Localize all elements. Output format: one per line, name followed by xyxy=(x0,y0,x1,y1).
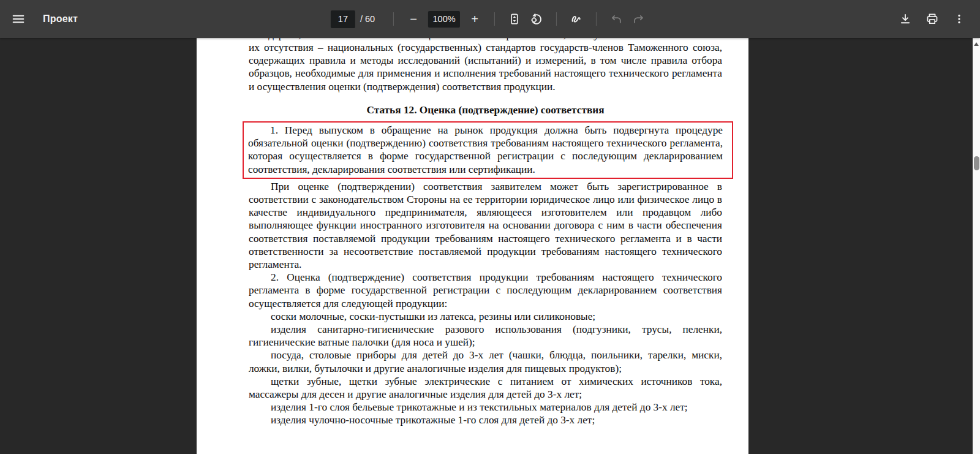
article-heading: Статья 12. Оценка (подтверждение) соотве… xyxy=(249,104,722,116)
undo-button[interactable] xyxy=(605,8,627,30)
redo-button[interactable] xyxy=(627,8,649,30)
zoom-in-icon: + xyxy=(471,13,478,25)
highlighted-paragraph-box: 1. Перед выпуском в обращение на рынок п… xyxy=(243,121,733,179)
pdf-content-area[interactable]: стандартов, взаимосвязанных с настоящим … xyxy=(0,38,980,454)
rotate-counterclockwise-icon xyxy=(530,12,543,26)
vertical-scrollbar[interactable] xyxy=(973,38,980,454)
download-icon xyxy=(899,12,912,26)
print-button[interactable] xyxy=(921,8,943,30)
toolbar-separator xyxy=(393,12,394,26)
list-item: щетки зубные, щетки зубные электрические… xyxy=(249,375,722,401)
toolbar-separator xyxy=(494,12,495,26)
pdf-toolbar: Проект / 60 − 100% + xyxy=(0,0,980,38)
annotate-ink-icon xyxy=(570,12,583,26)
fit-to-page-button[interactable] xyxy=(503,8,526,30)
document-title: Проект xyxy=(43,13,78,25)
download-button[interactable] xyxy=(894,8,916,30)
list-item: соски молочные, соски-пустышки из латекс… xyxy=(249,310,722,323)
list-item: посуда, столовые приборы для детей до 3-… xyxy=(249,349,722,374)
toolbar-center-group: / 60 − 100% + xyxy=(331,0,649,38)
page-text: стандартов, взаимосвязанных с настоящим … xyxy=(249,38,722,427)
scroll-up-arrow-icon[interactable] xyxy=(974,42,979,46)
menu-button[interactable] xyxy=(7,8,29,30)
rotate-button[interactable] xyxy=(526,8,548,30)
zoom-level-display[interactable]: 100% xyxy=(428,11,460,28)
scrollbar-thumb[interactable] xyxy=(974,156,979,170)
page-number-input[interactable] xyxy=(331,10,355,28)
list-item: изделия чулочно-носочные трикотажные 1-г… xyxy=(249,414,722,426)
redo-icon xyxy=(632,13,645,26)
more-options-button[interactable] xyxy=(948,8,970,30)
undo-icon xyxy=(610,13,623,26)
pdf-viewer-app: Проект / 60 − 100% + xyxy=(0,0,980,454)
paragraph-continuation: их отсутствия – национальных (государств… xyxy=(249,41,722,93)
clipped-text-line: стандартов, взаимосвязанных с настоящим … xyxy=(249,38,722,41)
annotate-button[interactable] xyxy=(565,8,587,30)
paragraph-1: 1. Перед выпуском в обращение на рынок п… xyxy=(248,124,723,176)
paragraph: При оценке (подтверждении) соответствия … xyxy=(249,180,722,271)
list-item: изделия 1-го слоя бельевые трикотажные и… xyxy=(249,401,722,414)
pdf-page: стандартов, взаимосвязанных с настоящим … xyxy=(197,38,748,454)
print-icon xyxy=(925,12,939,26)
zoom-out-button[interactable]: − xyxy=(402,8,424,30)
toolbar-separator xyxy=(596,12,597,26)
hamburger-menu-icon xyxy=(12,12,25,26)
zoom-out-icon: − xyxy=(410,13,417,25)
fit-to-page-icon xyxy=(508,12,521,26)
more-vertical-icon xyxy=(953,13,965,25)
list-item: изделия санитарно-гигиенические разового… xyxy=(249,323,722,349)
toolbar-separator xyxy=(556,12,557,26)
zoom-in-button[interactable]: + xyxy=(464,8,486,30)
paragraph-2: 2. Оценка (подтверждение) соответствия п… xyxy=(249,271,722,310)
toolbar-left-group: Проект xyxy=(0,8,78,30)
page-count-label: / 60 xyxy=(360,14,375,24)
toolbar-right-group xyxy=(894,8,980,30)
